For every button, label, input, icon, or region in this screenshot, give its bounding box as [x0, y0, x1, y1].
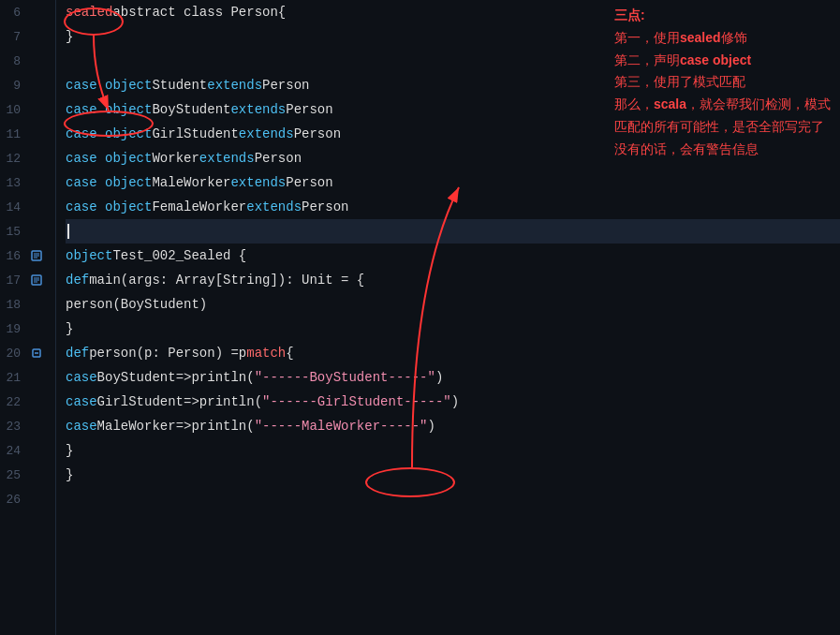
code-line-8: [66, 49, 840, 73]
token: println(: [199, 394, 262, 409]
token: {: [286, 346, 293, 361]
gutter-row-18: 18: [0, 292, 55, 317]
code-line-21: case BoyStudent => println("------BoyStu…: [66, 365, 840, 390]
token: GirlStudent: [152, 126, 238, 141]
token: Person: [302, 199, 348, 214]
token: }: [66, 443, 73, 458]
token: main(args: Array[String]): Unit = {: [89, 273, 364, 288]
code-line-25: }: [66, 463, 840, 487]
token: =>: [176, 419, 192, 434]
gutter-row-9: 9: [0, 73, 55, 97]
code-line-26: [66, 487, 840, 511]
token: case object: [66, 151, 152, 166]
token: case: [66, 419, 97, 434]
token: match: [246, 346, 286, 361]
line-number-18: 18: [0, 298, 28, 312]
token: abstract class Person{: [112, 5, 286, 20]
token: Person: [294, 126, 341, 141]
gutter-row-8: 8: [0, 49, 55, 73]
token: println(: [191, 419, 254, 434]
token: Test_002_Sealed {: [112, 248, 246, 263]
gutter-row-19: 19: [0, 317, 55, 341]
line-number-21: 21: [0, 371, 28, 385]
token: MaleWorker: [152, 175, 230, 190]
line-number-22: 22: [0, 395, 28, 409]
token: "------BoyStudent-----": [255, 370, 435, 385]
code-line-23: case MaleWorker => println("-----MaleWor…: [66, 414, 840, 438]
token: println(: [191, 370, 254, 385]
line-number-17: 17: [0, 273, 28, 288]
code-line-6: sealed abstract class Person{: [66, 0, 840, 24]
code-content: sealed abstract class Person{ } case obj…: [56, 0, 840, 635]
code-line-10: case object BoyStudent extends Person: [66, 97, 840, 122]
token: =>: [184, 394, 199, 409]
token: Student: [152, 78, 207, 93]
line-number-11: 11: [0, 127, 28, 141]
gutter-row-11: 11: [0, 122, 55, 146]
code-line-17: def main(args: Array[String]): Unit = {: [66, 268, 840, 292]
line-number-12: 12: [0, 152, 28, 166]
line-number-15: 15: [0, 225, 28, 239]
code-line-16: object Test_002_Sealed {: [66, 244, 840, 268]
line-number-24: 24: [0, 444, 28, 458]
token: Person: [255, 151, 302, 166]
gutter-row-20: 20: [0, 341, 55, 365]
gutter-row-17: 17: [0, 268, 55, 292]
line-number-25: 25: [0, 468, 28, 482]
gutter-row-25: 25: [0, 463, 55, 487]
token: sealed: [66, 5, 112, 20]
token: case object: [66, 126, 152, 141]
token: ): [435, 370, 443, 385]
code-line-12: case object Worker extends Person: [66, 146, 840, 170]
line-number-7: 7: [0, 30, 28, 44]
line-number-19: 19: [0, 322, 28, 336]
line-number-9: 9: [0, 79, 28, 93]
gutter-row-26: 26: [0, 487, 55, 511]
token: "-----MaleWorker-----": [255, 419, 428, 434]
gutter-row-13: 13: [0, 170, 55, 195]
gutter-row-6: 6: [0, 0, 55, 24]
code-line-7: }: [66, 24, 840, 49]
code-line-14: case object FemaleWorker extends Person: [66, 195, 840, 219]
line-icon-17[interactable]: [28, 274, 45, 286]
gutter-row-24: 24: [0, 438, 55, 463]
token: person(BoyStudent): [66, 297, 207, 312]
code-editor: 67891011121314151617181920212223242526 s…: [0, 0, 840, 635]
token: }: [66, 321, 73, 336]
code-line-15: [66, 219, 840, 244]
line-icon-16[interactable]: [28, 250, 45, 261]
line-number-14: 14: [0, 200, 28, 214]
line-number-8: 8: [0, 54, 28, 68]
token: def: [66, 273, 89, 288]
token: MaleWorker: [97, 419, 176, 434]
token: extends: [230, 175, 286, 190]
token: case: [66, 394, 97, 409]
token: FemaleWorker: [152, 199, 246, 214]
gutter-row-10: 10: [0, 97, 55, 122]
token: person(p: Person) =: [89, 346, 239, 361]
line-number-6: 6: [0, 6, 28, 20]
token: case object: [66, 199, 152, 214]
line-icon-20[interactable]: [28, 348, 45, 358]
line-number-16: 16: [0, 249, 28, 263]
token: Worker: [152, 151, 199, 166]
token: case object: [66, 102, 152, 117]
gutter-row-14: 14: [0, 195, 55, 219]
code-line-24: }: [66, 438, 840, 463]
code-line-22: case GirlStudent => println("------GirlS…: [66, 390, 840, 414]
token: p: [239, 346, 246, 361]
token: extends: [239, 126, 294, 141]
code-line-18: person(BoyStudent): [66, 292, 840, 317]
gutter-row-22: 22: [0, 390, 55, 414]
code-line-19: }: [66, 317, 840, 341]
line-number-23: 23: [0, 420, 28, 434]
line-number-20: 20: [0, 347, 28, 361]
token: case object: [66, 78, 152, 93]
token: =>: [176, 370, 192, 385]
token: extends: [230, 102, 286, 117]
token: def: [66, 346, 89, 361]
cursor: [67, 224, 69, 239]
code-line-9: case object Student extends Person: [66, 73, 840, 97]
token: Person: [286, 175, 332, 190]
line-gutter: 67891011121314151617181920212223242526: [0, 0, 56, 635]
